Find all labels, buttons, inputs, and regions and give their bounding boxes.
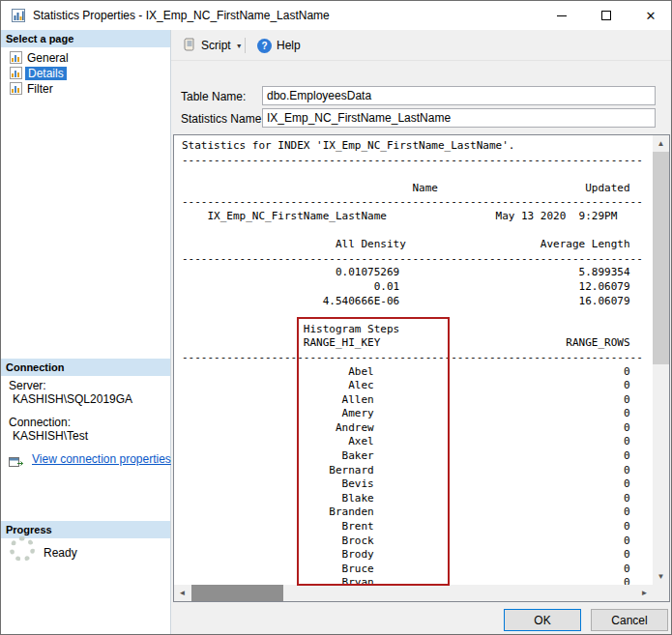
chart-icon bbox=[10, 67, 22, 79]
sidebar-item-label: Filter bbox=[27, 82, 53, 96]
progress-header: Progress bbox=[1, 521, 170, 538]
statistics-output-text[interactable]: Statistics for INDEX 'IX_Emp_NC_FirstNam… bbox=[174, 135, 653, 585]
chart-icon bbox=[10, 82, 22, 95]
sidebar-item-filter[interactable]: Filter bbox=[1, 81, 170, 97]
server-label: Server: bbox=[9, 379, 46, 392]
connection-properties-icon bbox=[9, 454, 24, 472]
minimize-button[interactable] bbox=[540, 1, 584, 30]
window-title: Statistics Properties - IX_Emp_NC_FirstN… bbox=[33, 9, 330, 22]
script-button-label: Script bbox=[201, 39, 231, 52]
sidebar-item-label: General bbox=[27, 51, 69, 65]
progress-spinner-icon bbox=[10, 536, 35, 562]
cancel-button[interactable]: Cancel bbox=[591, 609, 668, 631]
horizontal-scroll-thumb[interactable] bbox=[191, 585, 283, 601]
script-icon bbox=[182, 37, 197, 55]
statistics-properties-dialog: Statistics Properties - IX_Emp_NC_FirstN… bbox=[0, 0, 672, 635]
title-bar: Statistics Properties - IX_Emp_NC_FirstN… bbox=[1, 1, 672, 30]
select-a-page-header: Select a page bbox=[1, 30, 170, 47]
ok-button[interactable]: OK bbox=[504, 609, 581, 631]
help-button-label: Help bbox=[277, 39, 301, 52]
horizontal-scrollbar[interactable]: ◄ ► bbox=[174, 585, 653, 601]
sidebar-item-details[interactable]: Details bbox=[1, 66, 170, 81]
sidebar-item-label: Details bbox=[25, 67, 67, 80]
sidebar-item-general[interactable]: General bbox=[1, 50, 170, 66]
vertical-scroll-thumb[interactable] bbox=[653, 152, 669, 364]
scrollbar-corner bbox=[653, 585, 669, 601]
close-button[interactable]: ✕ bbox=[628, 1, 672, 30]
connection-value: KASHISH\Test bbox=[13, 429, 88, 443]
maximize-icon bbox=[601, 11, 611, 20]
help-button[interactable]: ? Help bbox=[252, 34, 306, 57]
connection-label: Connection: bbox=[9, 416, 71, 429]
vertical-scrollbar[interactable]: ▲ ▼ bbox=[653, 135, 669, 585]
maximize-button[interactable] bbox=[584, 1, 628, 30]
connection-header: Connection bbox=[1, 359, 170, 376]
table-name-input[interactable] bbox=[262, 86, 656, 105]
sidebar: Select a page General Details Filter Con… bbox=[1, 30, 171, 635]
chart-icon bbox=[10, 51, 22, 64]
view-connection-properties-link[interactable]: View connection properties bbox=[32, 452, 171, 466]
progress-status: Ready bbox=[44, 546, 77, 560]
minimize-icon bbox=[557, 15, 567, 16]
statistics-output-pane: Statistics for INDEX 'IX_Emp_NC_FirstNam… bbox=[173, 134, 670, 602]
scroll-right-icon[interactable]: ► bbox=[636, 585, 653, 601]
scroll-down-icon[interactable]: ▼ bbox=[653, 568, 669, 585]
statistics-icon bbox=[11, 8, 26, 23]
server-value: KASHISH\SQL2019GA bbox=[13, 392, 132, 406]
statistics-name-input[interactable] bbox=[262, 108, 656, 128]
toolbar-separator bbox=[245, 38, 246, 53]
main-panel: Script ▼ ? Help Table Name: Statistics N… bbox=[171, 30, 672, 635]
statistics-name-label: Statistics Name: bbox=[181, 112, 265, 126]
toolbar: Script ▼ ? Help bbox=[171, 30, 672, 61]
chevron-down-icon: ▼ bbox=[236, 43, 243, 49]
help-icon: ? bbox=[257, 39, 272, 53]
script-button[interactable]: Script ▼ bbox=[177, 34, 248, 57]
scroll-up-icon[interactable]: ▲ bbox=[653, 135, 669, 152]
table-name-label: Table Name: bbox=[181, 90, 246, 103]
scroll-left-icon[interactable]: ◄ bbox=[174, 585, 190, 601]
